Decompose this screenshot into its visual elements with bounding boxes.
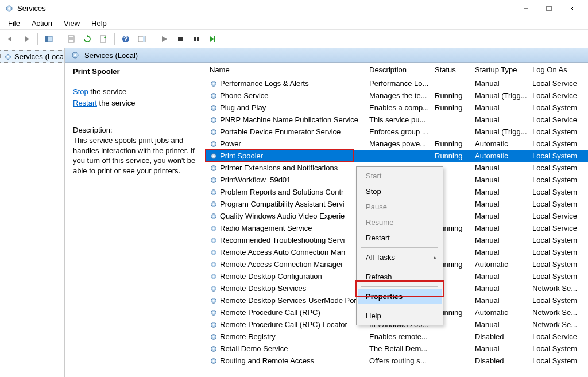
gear-icon bbox=[210, 104, 218, 112]
close-button[interactable] bbox=[560, 0, 583, 17]
svg-rect-19 bbox=[214, 36, 215, 42]
service-name-cell: Remote Registry bbox=[220, 332, 276, 341]
service-startup-cell: Disabled bbox=[470, 355, 528, 366]
service-logon-cell: Local System bbox=[528, 150, 585, 161]
service-name-cell: Remote Desktop Services bbox=[220, 284, 306, 293]
column-header-startup[interactable]: Startup Type bbox=[470, 63, 528, 76]
maximize-button[interactable] bbox=[537, 0, 560, 17]
restart-service-button[interactable] bbox=[206, 32, 219, 46]
service-row[interactable]: Portable Device Enumerator ServiceEnforc… bbox=[205, 126, 588, 138]
description-text: This service spools print jobs and handl… bbox=[73, 135, 197, 176]
gear-icon bbox=[210, 333, 218, 341]
service-row[interactable]: PowerManages powe...RunningAutomaticLoca… bbox=[205, 138, 588, 150]
forward-button[interactable] bbox=[20, 32, 33, 46]
menu-view[interactable]: View bbox=[58, 18, 86, 29]
service-desc-cell: Manages the te... bbox=[365, 90, 430, 101]
service-row[interactable]: Routing and Remote AccessOffers routing … bbox=[205, 355, 588, 367]
export-button[interactable] bbox=[96, 32, 110, 46]
service-name-cell: PrintWorkflow_59d01 bbox=[220, 176, 291, 184]
properties-toolbar-button[interactable] bbox=[64, 32, 78, 46]
service-row[interactable]: Phone ServiceManages the te...RunningMan… bbox=[205, 90, 588, 102]
gear-icon bbox=[210, 200, 218, 208]
service-logon-cell: Local System bbox=[528, 271, 585, 282]
svg-rect-3 bbox=[547, 6, 551, 11]
svg-rect-16 bbox=[178, 37, 183, 41]
pane-header: Services (Local) bbox=[65, 48, 588, 63]
svg-point-27 bbox=[212, 95, 215, 97]
svg-point-45 bbox=[212, 203, 215, 205]
service-startup-cell: Automatic bbox=[470, 259, 528, 270]
service-startup-cell: Automatic bbox=[470, 150, 528, 161]
service-row[interactable]: Performance Logs & AlertsPerformance Lo.… bbox=[205, 77, 588, 90]
context-pause[interactable]: Pause bbox=[358, 199, 442, 215]
svg-point-29 bbox=[212, 107, 215, 109]
service-name-cell: Remote Access Connection Manager bbox=[220, 260, 343, 269]
help-toolbar-button[interactable]: ? bbox=[119, 32, 133, 46]
refresh-button[interactable] bbox=[80, 32, 94, 46]
menu-help[interactable]: Help bbox=[86, 18, 113, 29]
gear-icon bbox=[210, 248, 218, 256]
menu-action[interactable]: Action bbox=[26, 18, 58, 29]
context-properties[interactable]: Properties bbox=[358, 289, 442, 304]
gear-icon bbox=[210, 321, 218, 329]
restart-service-link[interactable]: Restart bbox=[73, 99, 97, 107]
context-resume[interactable]: Resume bbox=[358, 215, 442, 230]
service-row[interactable]: Retail Demo ServiceThe Retail Dem...Manu… bbox=[205, 343, 588, 355]
service-desc-cell: Offers routing s... bbox=[365, 355, 430, 366]
service-startup-cell: Manual bbox=[470, 162, 528, 173]
stop-service-link[interactable]: Stop bbox=[73, 87, 88, 96]
service-desc-cell: Manages powe... bbox=[365, 138, 430, 149]
service-startup-cell: Manual (Trigg... bbox=[470, 90, 528, 101]
service-status-cell bbox=[430, 336, 470, 338]
service-row[interactable]: PNRP Machine Name Publication ServiceThi… bbox=[205, 114, 588, 126]
service-startup-cell: Manual bbox=[470, 186, 528, 197]
service-logon-cell: Local Service bbox=[528, 78, 585, 89]
svg-point-1 bbox=[8, 7, 10, 10]
service-name-cell: Performance Logs & Alerts bbox=[220, 79, 309, 88]
service-logon-cell: Local Service bbox=[528, 223, 585, 234]
service-status-cell bbox=[430, 360, 470, 362]
minimize-button[interactable] bbox=[514, 0, 537, 17]
service-row[interactable]: Print SpoolerRunningAutomaticLocal Syste… bbox=[205, 150, 588, 162]
gear-icon bbox=[210, 297, 218, 305]
gear-icon bbox=[210, 261, 218, 269]
service-startup-cell: Manual bbox=[470, 78, 528, 89]
service-startup-cell: Manual bbox=[470, 271, 528, 282]
gear-icon bbox=[210, 116, 218, 124]
pause-service-button[interactable] bbox=[189, 32, 203, 46]
service-desc-cell: Enables remote... bbox=[365, 331, 430, 342]
column-header-description[interactable]: Description bbox=[365, 63, 430, 76]
context-help[interactable]: Help bbox=[358, 308, 442, 324]
column-header-logon[interactable]: Log On As bbox=[528, 63, 585, 76]
services-app-icon bbox=[5, 4, 14, 13]
service-row[interactable]: Plug and PlayEnables a comp...RunningMan… bbox=[205, 102, 588, 114]
service-row[interactable]: Remote RegistryEnables remote...Disabled… bbox=[205, 331, 588, 343]
column-header-status[interactable]: Status bbox=[430, 63, 470, 76]
gear-icon bbox=[210, 273, 218, 281]
service-logon-cell: Local Service bbox=[528, 114, 585, 125]
service-name-cell: Portable Device Enumerator Service bbox=[220, 127, 341, 136]
context-stop[interactable]: Stop bbox=[358, 184, 442, 199]
start-service-button[interactable] bbox=[157, 32, 171, 46]
service-desc-cell: Enforces group ... bbox=[365, 126, 430, 137]
show-action-pane-button[interactable] bbox=[135, 32, 149, 46]
context-refresh[interactable]: Refresh bbox=[358, 269, 442, 285]
context-restart[interactable]: Restart bbox=[358, 230, 442, 246]
back-button[interactable] bbox=[3, 32, 17, 46]
service-logon-cell: Local System bbox=[528, 355, 585, 366]
menu-file[interactable]: File bbox=[2, 18, 26, 29]
context-start[interactable]: Start bbox=[358, 168, 442, 184]
tree-item-services-local[interactable]: Services (Local bbox=[0, 50, 64, 63]
window-title: Services bbox=[17, 4, 514, 13]
service-status-cell: Running bbox=[430, 138, 470, 149]
svg-point-37 bbox=[212, 155, 215, 157]
context-all-tasks[interactable]: All Tasks▸ bbox=[358, 250, 442, 265]
show-hide-tree-button[interactable] bbox=[42, 32, 56, 46]
stop-service-button[interactable] bbox=[173, 32, 187, 46]
service-logon-cell: Local System bbox=[528, 199, 585, 209]
column-header-name[interactable]: Name bbox=[205, 63, 365, 76]
service-status-cell bbox=[430, 348, 470, 350]
service-startup-cell: Manual bbox=[470, 235, 528, 246]
toolbar: ? bbox=[0, 30, 588, 48]
svg-point-71 bbox=[212, 360, 215, 362]
